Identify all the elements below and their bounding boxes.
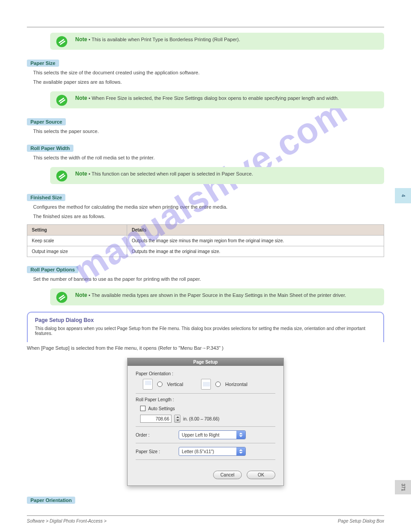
cancel-button[interactable]: Cancel — [213, 471, 242, 479]
note-text: • When Free Size is selected, the Free S… — [89, 95, 339, 101]
section-page-setup-dialog: Page Setup Dialog Box This dialog box ap… — [27, 312, 384, 342]
horizontal-radio[interactable] — [215, 382, 221, 387]
landscape-icon — [201, 379, 211, 390]
order-label: Order : — [136, 433, 176, 438]
order-value: Upper Left to Right — [179, 433, 236, 438]
vertical-radio[interactable] — [157, 382, 163, 387]
note-text: • This function can be selected when rol… — [89, 171, 253, 176]
page-setup-dialog: Page Setup Paper Orientation : Vertical … — [127, 358, 284, 486]
top-rule — [27, 27, 384, 27]
note-box: Note • The available media types are sho… — [50, 288, 384, 305]
dialog-screenshot: Page Setup Paper Orientation : Vertical … — [27, 358, 384, 486]
paragraph: When [Page Setup] is selected from the F… — [27, 345, 384, 352]
table-header-details: Details — [127, 225, 384, 236]
footer: Software > Digital Photo Front-Access > … — [27, 519, 384, 523]
portrait-icon — [143, 379, 153, 390]
note-box: Note • This function can be selected whe… — [50, 167, 384, 184]
dialog-title: Page Setup — [128, 358, 283, 366]
paper-size-combo[interactable]: Letter (8.5"x11") — [179, 447, 246, 456]
paper-size-label: Paper Size : — [136, 449, 176, 454]
note-text: • The available media types are shown in… — [89, 292, 346, 298]
length-hint: in. (8.00 – 708.66) — [183, 416, 219, 421]
finished-size-table: Setting Details Keep scale Outputs the i… — [27, 224, 384, 257]
note-label: Note — [75, 36, 87, 43]
section-subtitle: This dialog box appears when you select … — [35, 326, 376, 336]
heading-paper-orientation: Paper Orientation — [27, 497, 75, 504]
roll-paper-length-label: Roll Paper Length : — [136, 397, 275, 402]
paper-orientation-label: Paper Orientation : — [136, 371, 275, 376]
heading-paper-source: Paper Source — [27, 118, 66, 125]
order-combo[interactable]: Upper Left to Right — [179, 430, 246, 439]
heading-roll-paper-width: Roll Paper Width — [27, 145, 73, 152]
note-text: • This is available when Print Type is B… — [89, 37, 240, 42]
paragraph: Set the number of banners to use as the … — [33, 276, 384, 283]
chevron-updown-icon — [236, 431, 245, 439]
chevron-updown-icon — [236, 447, 245, 455]
table-row: Output image size Outputs the image at t… — [27, 246, 384, 257]
paragraph: The finished sizes are as follows. — [33, 213, 384, 220]
ok-button[interactable]: OK — [247, 471, 275, 479]
table-cell: Keep scale — [27, 236, 127, 246]
paragraph: This selects the width of the roll media… — [33, 154, 384, 161]
heading-roll-paper-options: Roll Paper Options — [27, 266, 78, 273]
footer-page-title: Page Setup Dialog Box — [338, 519, 384, 523]
table-cell: Output image size — [27, 246, 127, 257]
paragraph: The available paper sizes are as follows… — [33, 79, 384, 86]
note-box: Note • When Free Size is selected, the F… — [50, 91, 384, 108]
length-input[interactable]: 708.66 — [140, 415, 171, 423]
auto-settings-label: Auto Settings — [148, 406, 175, 411]
heading-finished-size: Finished Size — [27, 194, 65, 201]
pencil-icon — [56, 94, 68, 107]
note-label: Note — [75, 171, 87, 177]
heading-paper-size: Paper Size — [27, 60, 59, 67]
paragraph: This selects the size of the document cr… — [33, 69, 384, 76]
table-row: Keep scale Outputs the image size minus … — [27, 236, 384, 246]
table-cell: Outputs the image at the original image … — [127, 246, 384, 257]
length-stepper[interactable] — [174, 415, 180, 423]
pencil-icon — [56, 170, 68, 182]
table-cell: Outputs the image size minus the margin … — [127, 236, 384, 246]
table-header-setting: Setting — [27, 225, 127, 236]
pencil-icon — [56, 35, 68, 48]
vertical-label: Vertical — [167, 382, 183, 387]
note-label: Note — [75, 292, 87, 298]
note-label: Note — [75, 95, 87, 101]
paper-size-value: Letter (8.5"x11") — [179, 449, 236, 454]
auto-settings-checkbox[interactable] — [140, 406, 146, 411]
document-page: manualshive.com 4 371 Note • This is ava… — [0, 27, 411, 532]
bottom-rule — [27, 515, 384, 516]
section-title: Page Setup Dialog Box — [35, 317, 376, 323]
paragraph: Configures the method for calculating th… — [33, 204, 384, 210]
pencil-icon — [56, 291, 68, 304]
paragraph: This selects the paper source. — [33, 128, 384, 135]
side-tab-page: 371 — [395, 480, 411, 494]
horizontal-label: Horizontal — [225, 382, 248, 387]
side-tab-chapter: 4 — [395, 188, 411, 203]
note-box: Note • This is available when Print Type… — [50, 33, 384, 50]
footer-breadcrumb: Software > Digital Photo Front-Access > — [27, 519, 107, 523]
